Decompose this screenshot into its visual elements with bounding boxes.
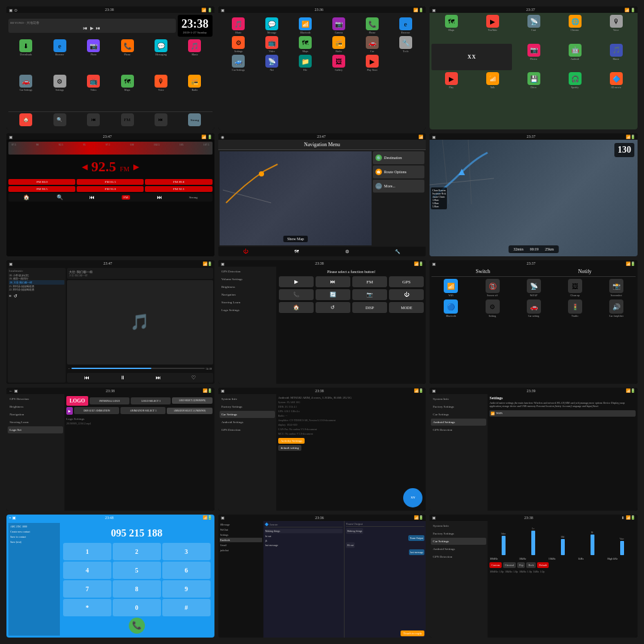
logo-gps[interactable]: GPS Detection (8, 395, 63, 402)
as-car[interactable]: Car Settings (431, 411, 486, 418)
as-gps[interactable]: GPS Detection (431, 426, 486, 433)
fn-bright[interactable]: Brightness (220, 283, 275, 290)
default-setting-btn[interactable]: default setting (278, 445, 301, 451)
logo-steer[interactable]: Steering Learn (8, 419, 63, 426)
app-browser[interactable]: eBrowser (43, 39, 75, 73)
eq-subw-bar[interactable] (502, 536, 506, 555)
chat-item-facebook[interactable]: Facebook (220, 538, 262, 542)
sa-spotify[interactable]: 🎧Spotify (555, 72, 594, 99)
fn-btn-mode[interactable]: MODE (389, 302, 424, 313)
fn-btn-refresh[interactable]: 🔄 (316, 289, 350, 300)
logo-select2-btn[interactable]: LOGO SELECT 2 (UNKNOWN) (172, 397, 212, 404)
dialer-key-2[interactable]: 2 (113, 543, 161, 560)
app-voice[interactable]: 🎙Voice (145, 75, 177, 109)
app-radio[interactable]: 📻Radio (178, 75, 211, 109)
music-ctrl-like[interactable]: ♡ (191, 375, 196, 381)
app-video[interactable]: 📺Video (77, 75, 109, 109)
da-carset[interactable]: 🚙Car Settings (223, 55, 254, 71)
activity-settings-btn[interactable]: Activity Settings (278, 438, 305, 444)
switch-screenshot[interactable]: 📸Screenshot (597, 279, 636, 297)
switch-bluetooth[interactable]: 🔵Bluetooth (431, 299, 470, 317)
chat-list-item-4[interactable]: last message (265, 543, 343, 547)
da-settings[interactable]: ⚙Settings (223, 36, 254, 53)
sa-musicpl[interactable]: 🎵Music (596, 44, 636, 71)
fn-btn-play[interactable]: ▶ (279, 276, 314, 287)
fm-prev-btn[interactable]: ⏮ (90, 194, 95, 200)
fn-logo[interactable]: Logo Settings (220, 307, 275, 314)
si-android[interactable]: Android Settings (220, 419, 275, 426)
contact-4[interactable]: Save (text) (10, 540, 59, 544)
sa-voice[interactable]: 🎙Voice (596, 15, 636, 42)
app-messaging[interactable]: 💬Messaging (145, 39, 177, 73)
dialer-key-8[interactable]: 8 (113, 580, 161, 598)
playlist-item-3-active[interactable]: 20. 大壮-我们都一样 (9, 280, 64, 285)
app-car-settings[interactable]: 🚗Car Settings (10, 75, 42, 109)
sa-cast[interactable]: 📡Cast (514, 15, 553, 42)
da-play[interactable]: ▶Play Store (356, 55, 388, 71)
chat-list-item-3[interactable]: jk (265, 538, 343, 543)
as-sysinfo[interactable]: System Info (431, 395, 486, 402)
fm-next-btn[interactable]: ⏭ (157, 194, 162, 200)
playlist-item-5[interactable]: 22. 阿珂朵-姐姐喝老酒 (9, 288, 64, 291)
da-car[interactable]: 🚗Car (356, 36, 388, 53)
eq-gps[interactable]: GPS Detection (431, 553, 486, 560)
logo-nav[interactable]: Navigation (8, 411, 63, 418)
da-radio[interactable]: 📻Radio (323, 36, 354, 53)
dialer-key-star[interactable]: * (63, 599, 111, 616)
sa-play[interactable]: ▶Play (431, 72, 471, 99)
app-phone[interactable]: 📞Phone (111, 39, 143, 73)
logo-settings-item[interactable]: Logo Set (8, 426, 63, 433)
as-factory[interactable]: Factory Settings (431, 403, 486, 410)
fm-preset-3[interactable]: FM 89.0 (145, 179, 212, 185)
switch-wifi[interactable]: 📶WiFi (431, 279, 470, 297)
nav-route-btn[interactable]: 🛣 Route Options (373, 166, 424, 178)
switch-setting[interactable]: ⚙Setting (473, 299, 511, 317)
dialer-key-9[interactable]: 9 (162, 580, 211, 598)
fn-btn-disp[interactable]: DISP (352, 302, 387, 313)
sa-photos[interactable]: 📷Photos (514, 44, 553, 71)
eq-preset-custom[interactable]: Custom (489, 562, 501, 568)
eq-sysinfo[interactable]: System Info (431, 522, 486, 529)
nav-foot-map[interactable]: 🗺 (294, 249, 299, 254)
dialer-call-btn[interactable]: 📞 (129, 618, 145, 634)
app-not6[interactable]: Strong (178, 113, 211, 126)
sa-3d[interactable]: 🔷3D movie (596, 72, 636, 99)
fn-gps[interactable]: GPS Detection (220, 268, 275, 275)
da-phone[interactable]: 📞Phone (356, 17, 388, 34)
dialer-key-6[interactable]: 6 (162, 562, 211, 579)
nav-destination-btn[interactable]: 🔍 Destination (373, 151, 424, 164)
next-icon[interactable]: ⏭ (96, 26, 100, 31)
si-car[interactable]: Car Settings (220, 411, 275, 418)
chat-item-gmail[interactable]: Gmail (220, 543, 262, 547)
switch-traffic[interactable]: 🚦Traffic (556, 299, 594, 317)
contact-3[interactable]: Save to contact (10, 535, 59, 539)
eq-preset-classical[interactable]: Classical (503, 562, 516, 568)
chat-send-reply-btn[interactable]: Touch to reply (401, 630, 424, 636)
nav-foot-tools[interactable]: 🔧 (395, 249, 401, 254)
eq-voice-bar[interactable] (620, 541, 624, 555)
chat-item-imessage[interactable]: iMessage (220, 522, 262, 527)
fm-mode-btn[interactable]: FM (122, 195, 130, 200)
switch-wifap[interactable]: 📡WiFAP (515, 279, 553, 297)
dialer-key-hash[interactable]: # (162, 599, 211, 616)
fm-preset-1[interactable]: FM 80.0 (8, 179, 75, 185)
sa-maps[interactable]: 🗺Maps (431, 15, 471, 42)
eq-mid-bar[interactable] (561, 539, 565, 555)
da-video[interactable]: 📺Video (256, 36, 288, 53)
eq-preset-default[interactable]: Default (537, 562, 549, 568)
fm-preset-5[interactable]: FM 91.0 (77, 186, 144, 192)
playlist-btn-repeat[interactable]: ↺ (14, 294, 17, 299)
fn-btn-gps[interactable]: GPS (389, 276, 424, 287)
nav-foot-settings[interactable]: ⚙ (345, 249, 349, 254)
app-photo[interactable]: 📷Photo (77, 39, 109, 73)
chat-list-item-2[interactable]: hi out (265, 534, 343, 538)
fm-preset-2[interactable]: FM 81.5 (77, 179, 144, 185)
switch-amplifier[interactable]: 🔊Car Amplifier (597, 299, 636, 317)
app-not3[interactable]: ⏮ (77, 113, 109, 126)
music-ctrl-play[interactable]: ⏸ (120, 375, 125, 381)
chat-item-settings[interactable]: Settings (220, 533, 262, 537)
contact-1[interactable]: ABC ZXC 1000 (10, 524, 59, 529)
dialer-key-1[interactable]: 1 (63, 543, 111, 560)
fm-preset-4[interactable]: FM 90.5 (8, 186, 75, 192)
eq-lo-bar[interactable] (531, 531, 535, 555)
